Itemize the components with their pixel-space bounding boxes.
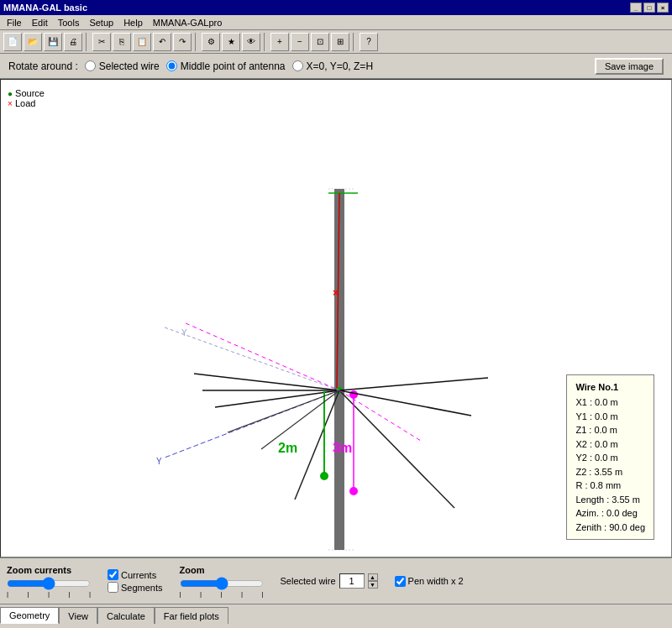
currents-label: Currents xyxy=(121,570,156,580)
print-button[interactable]: 🖨 xyxy=(64,33,82,51)
dimension-3m: 3m xyxy=(333,441,352,456)
title-bar: MMANA-GAL basic _ □ × xyxy=(0,0,672,15)
toolbar-sep-4 xyxy=(353,33,356,51)
wire-info-y1: Y1 : 0.0 m xyxy=(575,410,645,424)
menu-bar: File Edit Tools Setup Help MMANA-GALpro xyxy=(0,15,672,30)
canvas-area: ● Source × Load × xyxy=(0,79,672,557)
new-button[interactable]: 📄 xyxy=(3,33,22,51)
radio-middle-point: Middle point of antenna xyxy=(166,60,286,72)
fit-button[interactable]: ⊡ xyxy=(311,33,329,51)
maximize-button[interactable]: □ xyxy=(643,3,655,13)
menu-tools[interactable]: Tools xyxy=(53,17,85,29)
wire-spin-down[interactable]: ▼ xyxy=(368,581,378,589)
minimize-button[interactable]: _ xyxy=(630,3,642,13)
toolbar-sep-1 xyxy=(86,33,89,51)
zoom-out-button[interactable]: − xyxy=(291,33,309,51)
segments-label: Segments xyxy=(121,583,163,593)
save-button[interactable]: 💾 xyxy=(44,33,62,51)
close-button[interactable]: × xyxy=(657,3,669,13)
zoom-currents-slider-container: ||||| xyxy=(7,577,91,598)
wire-info-z2: Z2 : 3.55 m xyxy=(575,465,645,479)
pen-width-group: Pen width x 2 xyxy=(395,576,464,587)
window-controls: _ □ × xyxy=(630,3,669,13)
currents-checkbox[interactable] xyxy=(108,569,118,580)
wire-info-title: Wire No.1 xyxy=(575,380,645,395)
wire-info-r: R : 0.8 mm xyxy=(575,479,645,493)
wire-info-x1: X1 : 0.0 m xyxy=(575,395,645,410)
radio-selected-wire-label: Selected wire xyxy=(99,60,160,72)
view-button[interactable]: 👁 xyxy=(242,33,260,51)
redo-button[interactable]: ↷ xyxy=(173,33,192,51)
opt-button[interactable]: ★ xyxy=(222,33,240,51)
svg-point-20 xyxy=(320,472,328,480)
zoom-ticks: ||||| xyxy=(180,590,264,598)
menu-file[interactable]: File xyxy=(2,17,27,29)
checkboxes-group: Currents Segments xyxy=(108,569,163,593)
tab-calculate[interactable]: Calculate xyxy=(97,607,155,624)
copy-button[interactable]: ⎘ xyxy=(113,33,131,51)
radio-selected-wire-input[interactable] xyxy=(85,60,96,71)
pen-width-label: Pen width x 2 xyxy=(408,576,464,586)
zoom-currents-slider[interactable] xyxy=(7,577,91,590)
app-title: MMANA-GAL basic xyxy=(3,3,87,13)
rotate-label: Rotate around : xyxy=(8,60,78,72)
paste-button[interactable]: 📋 xyxy=(133,33,151,51)
radio-xyz-label: X=0, Y=0, Z=H xyxy=(307,60,374,72)
grid-button[interactable]: ⊞ xyxy=(331,33,349,51)
zoom-label: Zoom xyxy=(180,565,205,575)
svg-line-23 xyxy=(228,390,339,432)
toolbar-sep-2 xyxy=(195,33,198,51)
help-button[interactable]: ? xyxy=(360,33,378,51)
svg-line-15 xyxy=(186,323,339,390)
zoom-slider[interactable] xyxy=(180,577,264,590)
tab-geometry[interactable]: Geometry xyxy=(0,607,59,624)
radio-xyz: X=0, Y=0, Z=H xyxy=(292,60,374,72)
segments-checkbox-item: Segments xyxy=(108,582,163,593)
rotate-bar: Rotate around : Selected wire Middle poi… xyxy=(0,54,672,79)
bottom-controls: Zoom currents ||||| Currents Segments Zo… xyxy=(0,557,672,604)
cut-button[interactable]: ✂ xyxy=(92,33,111,51)
selected-wire-group: Selected wire ▲ ▼ xyxy=(281,573,378,589)
tab-far-field-plots[interactable]: Far field plots xyxy=(155,607,228,624)
open-button[interactable]: 📂 xyxy=(24,33,42,51)
menu-mmana-galpro[interactable]: MMANA-GALpro xyxy=(148,17,228,29)
zoom-group: Zoom ||||| xyxy=(180,565,264,598)
undo-button[interactable]: ↶ xyxy=(153,33,171,51)
selected-wire-label: Selected wire xyxy=(281,576,336,586)
wire-info-y2: Y2 : 0.0 m xyxy=(575,451,645,465)
svg-text:Y: Y xyxy=(181,328,187,338)
wire-info-z1: Z1 : 0.0 m xyxy=(575,423,645,437)
pen-width-checkbox[interactable] xyxy=(395,576,406,587)
zoom-in-button[interactable]: + xyxy=(270,33,289,51)
svg-line-11 xyxy=(339,378,488,390)
segments-checkbox[interactable] xyxy=(108,582,118,593)
menu-setup[interactable]: Setup xyxy=(84,17,118,29)
wire-info-box: Wire No.1 X1 : 0.0 m Y1 : 0.0 m Z1 : 0.0… xyxy=(566,374,654,541)
wire-info-length: Length : 3.55 m xyxy=(575,493,645,507)
currents-checkbox-item: Currents xyxy=(108,569,163,580)
radio-middle-point-label: Middle point of antenna xyxy=(181,60,286,72)
dimension-2m: 2m xyxy=(278,441,297,456)
wire-spin-up[interactable]: ▲ xyxy=(368,573,378,581)
calc-button[interactable]: ⚙ xyxy=(202,33,220,51)
svg-text:Y: Y xyxy=(156,457,162,466)
zoom-currents-ticks: ||||| xyxy=(7,590,91,598)
zoom-currents-label: Zoom currents xyxy=(7,565,71,575)
tab-bar: Geometry View Calculate Far field plots xyxy=(0,604,672,624)
selected-wire-input[interactable] xyxy=(339,573,365,589)
tab-view[interactable]: View xyxy=(59,607,97,624)
menu-help[interactable]: Help xyxy=(118,17,148,29)
wire-info-zenith: Zenith : 90.0 deg xyxy=(575,521,645,535)
toolbar-sep-3 xyxy=(264,33,267,51)
menu-edit[interactable]: Edit xyxy=(27,17,53,29)
wire-spin-buttons: ▲ ▼ xyxy=(368,573,378,589)
radio-middle-point-input[interactable] xyxy=(166,60,177,71)
radio-xyz-input[interactable] xyxy=(292,60,303,71)
svg-text:×: × xyxy=(333,287,339,299)
save-image-button[interactable]: Save image xyxy=(595,58,664,75)
svg-rect-2 xyxy=(334,189,344,550)
radio-selected-wire: Selected wire xyxy=(85,60,160,72)
zoom-currents-group: Zoom currents ||||| xyxy=(7,565,91,598)
wire-info-azim: Azim. : 0.0 deg xyxy=(575,506,645,521)
svg-line-8 xyxy=(194,374,339,390)
